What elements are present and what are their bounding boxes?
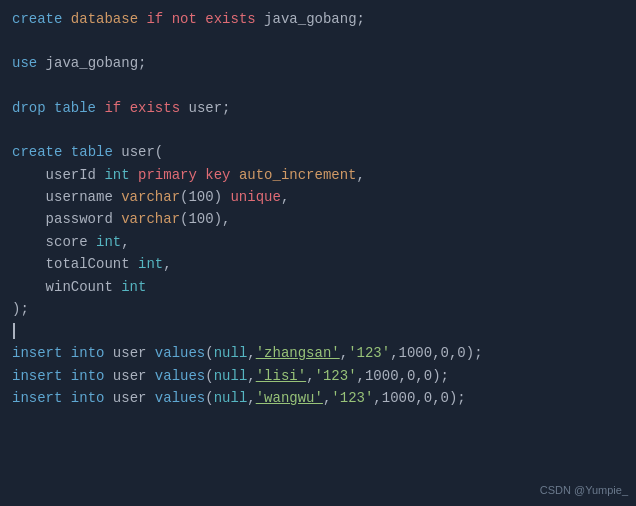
code-token: java_gobang; <box>37 52 146 74</box>
code-line: ); <box>4 298 636 320</box>
code-token: user <box>104 365 154 387</box>
code-token: exists <box>205 8 255 30</box>
code-token: not <box>172 8 197 30</box>
code-token: into <box>71 387 105 409</box>
code-token: , <box>163 253 171 275</box>
code-token: 'wangwu' <box>256 387 323 409</box>
code-token: (100), <box>180 208 230 230</box>
code-token: values <box>155 387 205 409</box>
code-line <box>4 119 636 141</box>
code-token: , <box>357 164 365 186</box>
code-token: null <box>214 342 248 364</box>
code-token <box>96 97 104 119</box>
code-line: insert into user values(null,'zhangsan',… <box>4 342 636 364</box>
code-line <box>4 320 636 342</box>
code-token: , <box>247 342 255 364</box>
code-token: if <box>146 8 163 30</box>
text-cursor <box>13 323 15 339</box>
code-token: int <box>96 231 121 253</box>
code-token: use <box>12 52 37 74</box>
code-token <box>46 97 54 119</box>
code-token: , <box>323 387 331 409</box>
code-token <box>197 8 205 30</box>
code-token <box>130 164 138 186</box>
code-token: drop <box>12 97 46 119</box>
code-editor[interactable]: create database if not exists java_goban… <box>0 0 636 506</box>
code-line <box>4 75 636 97</box>
code-token <box>62 342 70 364</box>
code-line <box>4 30 636 52</box>
code-line: totalCount int, <box>4 253 636 275</box>
code-token: winCount <box>12 276 121 298</box>
code-token: '123' <box>331 387 373 409</box>
code-token: ,1000,0,0); <box>357 365 449 387</box>
code-token: user <box>104 387 154 409</box>
code-token: '123' <box>348 342 390 364</box>
code-token: null <box>214 365 248 387</box>
code-line: drop table if exists user; <box>4 97 636 119</box>
code-token: ( <box>205 387 213 409</box>
code-token: user; <box>180 97 230 119</box>
code-token: if <box>104 97 121 119</box>
code-token: '123' <box>315 365 357 387</box>
code-token: table <box>71 141 113 163</box>
code-token <box>163 8 171 30</box>
code-token <box>230 164 238 186</box>
code-token: into <box>71 342 105 364</box>
code-token: exists <box>130 97 180 119</box>
code-token: primary <box>138 164 197 186</box>
code-token: database <box>71 8 138 30</box>
code-token: int <box>104 164 129 186</box>
code-line: userId int primary key auto_increment, <box>4 164 636 186</box>
code-token: values <box>155 342 205 364</box>
code-token: , <box>281 186 289 208</box>
code-token: , <box>340 342 348 364</box>
code-token: score <box>12 231 96 253</box>
code-token: int <box>121 276 146 298</box>
code-token: create <box>12 141 62 163</box>
code-line: password varchar(100), <box>4 208 636 230</box>
code-token: ( <box>205 365 213 387</box>
code-token: varchar <box>121 186 180 208</box>
code-token: , <box>121 231 129 253</box>
code-token: create <box>12 8 62 30</box>
code-token: ); <box>12 298 29 320</box>
code-line: create database if not exists java_goban… <box>4 8 636 30</box>
code-token: table <box>54 97 96 119</box>
code-token: ,1000,0,0); <box>390 342 482 364</box>
code-token: userId <box>12 164 104 186</box>
code-token: int <box>138 253 163 275</box>
code-token: , <box>247 365 255 387</box>
code-token: into <box>71 365 105 387</box>
code-token: key <box>205 164 230 186</box>
code-token: insert <box>12 365 62 387</box>
code-token: insert <box>12 342 62 364</box>
code-token <box>138 8 146 30</box>
watermark: CSDN @Yumpie_ <box>540 482 628 500</box>
code-token: password <box>12 208 121 230</box>
code-token: values <box>155 365 205 387</box>
code-token <box>121 97 129 119</box>
code-token: 'zhangsan' <box>256 342 340 364</box>
code-token: varchar <box>121 208 180 230</box>
code-token: auto_increment <box>239 164 357 186</box>
code-token: ,1000,0,0); <box>373 387 465 409</box>
code-token <box>62 365 70 387</box>
code-token: null <box>214 387 248 409</box>
code-token: java_gobang; <box>256 8 365 30</box>
code-token: , <box>306 365 314 387</box>
code-token: user( <box>113 141 163 163</box>
code-line: username varchar(100) unique, <box>4 186 636 208</box>
code-line: score int, <box>4 231 636 253</box>
code-token: ( <box>205 342 213 364</box>
code-token: unique <box>230 186 280 208</box>
code-token <box>62 141 70 163</box>
code-token: (100) <box>180 186 230 208</box>
code-token: user <box>104 342 154 364</box>
watermark-text: CSDN @Yumpie_ <box>540 484 628 496</box>
code-line: use java_gobang; <box>4 52 636 74</box>
code-token: totalCount <box>12 253 138 275</box>
code-token: insert <box>12 387 62 409</box>
code-token <box>62 8 70 30</box>
code-line: insert into user values(null,'wangwu','1… <box>4 387 636 409</box>
